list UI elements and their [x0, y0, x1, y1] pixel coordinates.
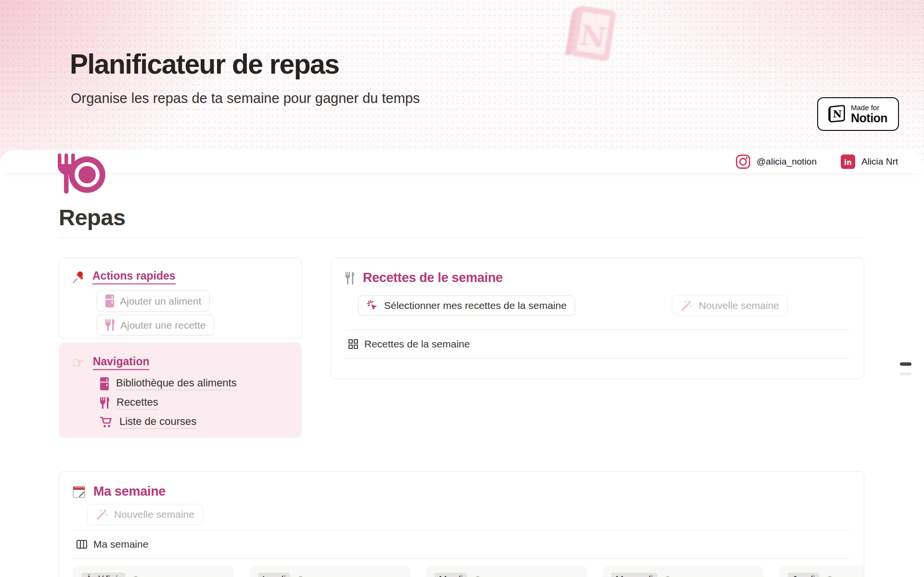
click-sparkle-icon: [367, 300, 378, 311]
notion-watermark-icon: N: [561, 4, 624, 69]
new-week-button[interactable]: Nouvelle semaine: [672, 295, 788, 316]
my-week-title: Ma semaine: [93, 484, 166, 499]
my-week-view-label: Ma semaine: [93, 539, 148, 550]
column-badge: À définir: [81, 573, 125, 577]
divider: [73, 558, 850, 559]
fridge-icon: [100, 377, 109, 390]
new-week-label: Nouvelle semaine: [699, 300, 779, 311]
magic-wand-icon: [96, 508, 108, 521]
column-badge: Jeudi: [788, 573, 820, 577]
column-badge: Mercredi: [611, 573, 657, 577]
column-count: 0: [827, 574, 833, 577]
main-content: Repas Actions rapides: [59, 204, 864, 577]
add-food-label: Ajouter un aliment: [120, 295, 201, 307]
week-recipes-title: Recettes de le semaine: [363, 270, 503, 285]
page-title: Planificateur de repas: [70, 48, 339, 80]
my-week-new-week-button[interactable]: Nouvelle semaine: [87, 504, 203, 525]
board-column-tuesday[interactable]: Mardi 0: [426, 565, 587, 577]
heading-divider: [59, 238, 864, 238]
nav-link-food-library[interactable]: Bibliothèque des aliments: [100, 377, 288, 390]
page-icon-fork-plate[interactable]: [58, 153, 106, 194]
nav-link-label: Liste de courses: [119, 415, 196, 429]
svg-text:in: in: [844, 158, 852, 167]
recipes-view-block: Recettes de la semaine: [345, 330, 850, 359]
recipes-view-tab[interactable]: Recettes de la semaine: [345, 330, 850, 358]
navigation-card: ☞ Navigation Bibliothèque des aliments: [59, 343, 302, 438]
board-column-monday[interactable]: Lundi 0: [249, 565, 411, 577]
svg-text:N: N: [578, 18, 608, 54]
instagram-link[interactable]: @alicia_notion: [736, 154, 817, 169]
board-column-wednesday[interactable]: Mercredi 0: [603, 565, 764, 577]
spiral-calendar-icon: [73, 485, 86, 499]
badge-line1: Made for: [851, 104, 887, 112]
column-count: 0: [665, 574, 670, 577]
add-recipe-button[interactable]: Ajouter une recette: [97, 315, 214, 335]
select-week-recipes-button[interactable]: Sélectionner mes recettes de la semaine: [358, 295, 575, 316]
instagram-icon: [736, 154, 750, 169]
my-week-new-week-label: Nouvelle semaine: [114, 509, 194, 520]
board-view-icon: [77, 540, 87, 549]
my-week-card: Ma semaine Nouvelle semaine Ma semaine: [59, 471, 864, 577]
badge-line2: Notion: [851, 112, 887, 124]
add-recipe-label: Ajouter une recette: [120, 320, 205, 331]
made-for-notion-badge[interactable]: N Made for Notion: [817, 97, 899, 131]
magic-wand-icon: [680, 299, 693, 312]
pointing-hand-icon: ☞: [72, 356, 85, 370]
add-food-button[interactable]: Ajouter un aliment: [97, 290, 210, 312]
nav-link-shopping-list[interactable]: Liste de courses: [100, 415, 288, 429]
fork-knife-icon: [100, 397, 109, 409]
gallery-grid-icon: [348, 339, 358, 349]
week-recipes-card: Recettes de le semaine: [331, 257, 864, 379]
social-bar: @alicia_notion in Alicia Nrt: [0, 150, 924, 173]
navigation-title: Navigation: [93, 355, 150, 370]
board-column-thursday[interactable]: Jeudi 0: [779, 565, 864, 577]
board-column-undefined[interactable]: À définir 0: [73, 565, 234, 577]
page-subtitle: Organise les repas de ta semaine pour ga…: [71, 90, 420, 106]
block-handle-dash-faint: [900, 372, 911, 375]
fork-knife-icon: [105, 319, 115, 331]
column-badge: Lundi: [258, 573, 290, 577]
column-count: 0: [133, 574, 138, 577]
page-heading: Repas: [59, 204, 864, 231]
nav-link-recipes[interactable]: Recettes: [100, 396, 288, 410]
instagram-handle: @alicia_notion: [757, 156, 817, 167]
select-week-recipes-label: Sélectionner mes recettes de la semaine: [384, 300, 566, 311]
nav-link-label: Bibliothèque des aliments: [116, 377, 237, 390]
column-count: 0: [475, 574, 480, 577]
linkedin-link[interactable]: in Alicia Nrt: [841, 154, 898, 169]
block-handle-dash[interactable]: [900, 362, 911, 366]
svg-text:N: N: [833, 108, 842, 120]
shopping-cart-icon: [100, 416, 112, 428]
quick-actions-title: Actions rapides: [92, 269, 176, 284]
notion-logo-icon: N: [825, 103, 846, 125]
recipes-view-label: Recettes de la semaine: [364, 338, 470, 350]
linkedin-name: Alicia Nrt: [861, 156, 898, 167]
quick-actions-card: Actions rapides Ajouter un aliment: [59, 257, 302, 339]
week-board: À définir 0 Lundi 0 Mardi 0 Mercredi: [73, 565, 850, 577]
nav-link-label: Recettes: [116, 396, 158, 410]
column-badge: Mardi: [435, 573, 467, 577]
pushpin-icon: [72, 270, 85, 284]
silverware-icon: [345, 271, 355, 285]
linkedin-icon: in: [841, 154, 855, 169]
my-week-view-tab[interactable]: Ma semaine: [73, 530, 850, 558]
fridge-icon: [105, 295, 114, 308]
column-count: 0: [298, 574, 303, 577]
